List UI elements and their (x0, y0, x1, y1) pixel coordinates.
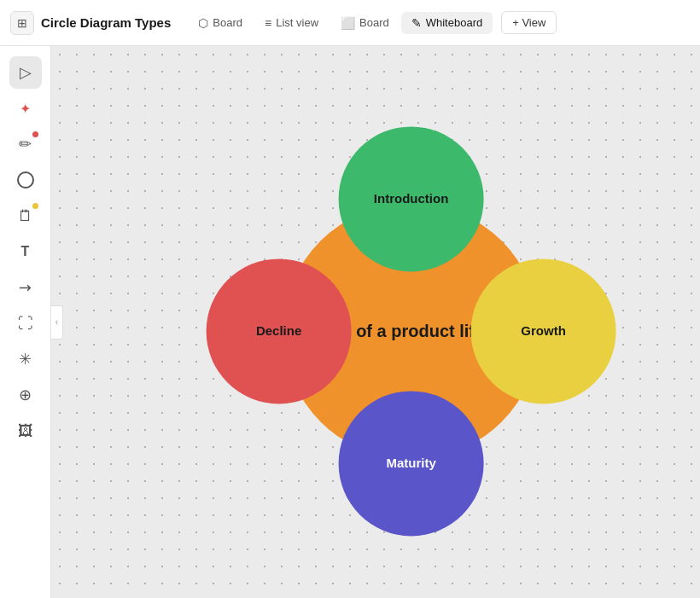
tab-listview[interactable]: ≡ List view (254, 12, 329, 34)
canvas[interactable]: ‹ Stages of a product lifecycle Introduc… (51, 46, 700, 598)
decline-label: Decline (256, 323, 301, 338)
sidebar-item-note[interactable]: 🗒 (9, 200, 42, 232)
board1-icon: ⬡ (198, 16, 208, 30)
arrow-icon: ↗ (14, 276, 36, 299)
project-title: Circle Diagram Types (41, 15, 171, 30)
collapse-handle[interactable]: ‹ (51, 305, 63, 340)
circle-maturity: Maturity (339, 391, 484, 536)
sidebar-item-globe[interactable]: ⊕ (9, 379, 42, 411)
sidebar-item-arrow[interactable]: ↗ (9, 271, 42, 304)
view-button[interactable]: + View (501, 11, 557, 34)
tab-whiteboard[interactable]: ✎ Whiteboard (401, 12, 493, 34)
pen-dot (32, 131, 38, 137)
growth-label: Growth (521, 323, 566, 338)
listview-icon: ≡ (265, 16, 271, 30)
topbar: ⊞ Circle Diagram Types ⬡ Board ≡ List vi… (0, 0, 700, 46)
sidebar-item-circle[interactable] (9, 164, 42, 196)
circle-icon (17, 171, 34, 189)
board2-icon: ⬜ (341, 16, 355, 30)
tab-board2[interactable]: ⬜ Board (330, 12, 400, 34)
diagram-icon: ⛶ (18, 315, 33, 333)
sidebar-item-shapes[interactable]: ✦ (9, 92, 42, 125)
circle-introduction: Introduction (339, 126, 484, 271)
sidebar: ▷ ✦ ✏ 🗒 T ↗ ⛶ ✳ ⊕ 🖼 (0, 46, 51, 598)
globe-icon: ⊕ (19, 386, 32, 404)
main-area: ▷ ✦ ✏ 🗒 T ↗ ⛶ ✳ ⊕ 🖼 (0, 46, 700, 598)
image-icon: 🖼 (18, 422, 33, 440)
text-icon: T (21, 244, 30, 259)
introduction-label: Introduction (374, 191, 448, 206)
whiteboard-icon: ✎ (411, 16, 422, 30)
app-icon: ⊞ (10, 11, 34, 35)
pen-icon: ✏ (19, 135, 32, 154)
sidebar-item-select[interactable]: ▷ (9, 56, 42, 89)
shapes-icon: ✦ (20, 101, 31, 117)
nav-tabs: ⬡ Board ≡ List view ⬜ Board ✎ Whiteboard… (188, 11, 557, 34)
sidebar-item-magic[interactable]: ✳ (9, 343, 42, 375)
sidebar-item-diagram[interactable]: ⛶ (9, 307, 42, 340)
select-icon: ▷ (20, 63, 32, 82)
circle-decline: Decline (207, 258, 352, 404)
circle-growth: Growth (471, 258, 616, 404)
magic-icon: ✳ (19, 350, 32, 369)
maturity-label: Maturity (386, 456, 435, 470)
note-dot (32, 203, 38, 209)
note-icon: 🗒 (18, 207, 33, 225)
tab-board1[interactable]: ⬡ Board (188, 12, 253, 34)
sidebar-item-pen[interactable]: ✏ (9, 128, 42, 160)
sidebar-item-text[interactable]: T (9, 235, 42, 268)
sidebar-item-image[interactable]: 🖼 (9, 415, 42, 447)
diagram-container: Stages of a product lifecycle Introducti… (190, 109, 633, 553)
